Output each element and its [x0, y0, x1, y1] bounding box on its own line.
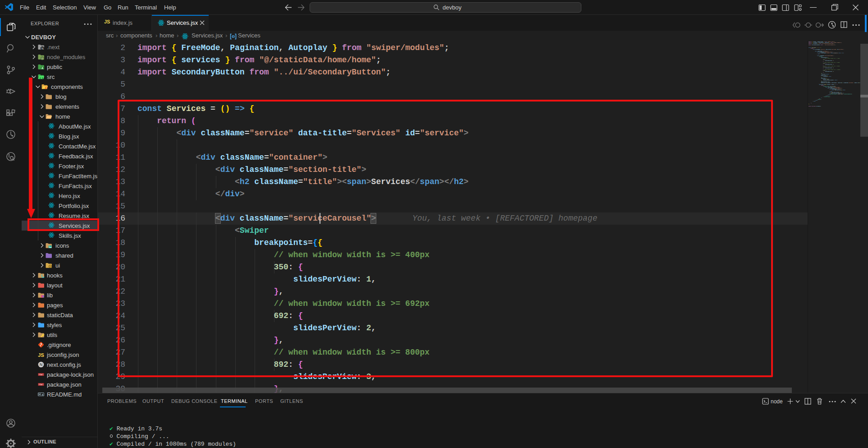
svg-text:N: N — [41, 47, 44, 50]
svg-text:n: n — [41, 56, 43, 60]
svg-text:N: N — [40, 362, 43, 367]
svg-text:JS: JS — [38, 352, 44, 358]
